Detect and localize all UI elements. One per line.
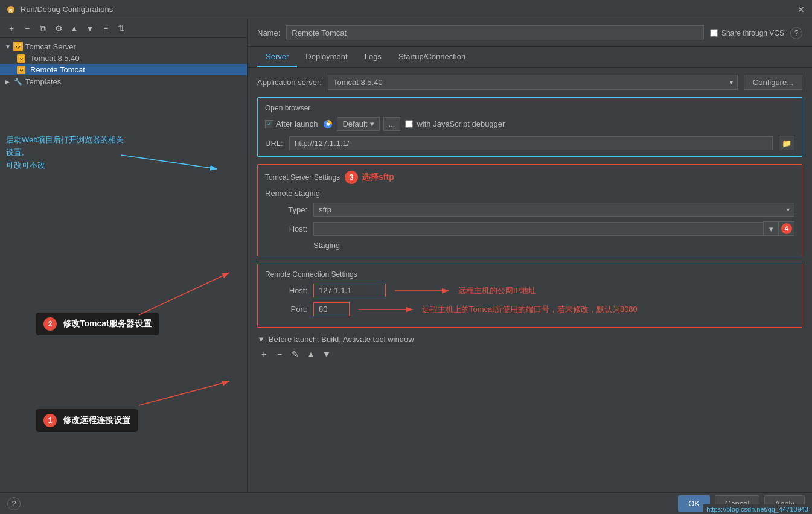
url-label: URL:	[265, 139, 283, 148]
before-launch-remove-button[interactable]: −	[273, 347, 286, 361]
chrome-icon	[322, 119, 333, 130]
tree-item-tomcat-server[interactable]: ▼ 🐱 Tomcat Server	[0, 40, 247, 52]
browser-ellipsis-button[interactable]: ...	[383, 117, 401, 131]
type-select[interactable]: sftp	[313, 203, 794, 217]
configure-button[interactable]: Configure...	[744, 75, 802, 90]
window-title: Run/Debug Configurations	[21, 5, 796, 14]
templates-icon: 🔧	[13, 77, 23, 86]
bottom-help-button[interactable]: ?	[7, 497, 21, 510]
down-button[interactable]: ▼	[83, 22, 97, 35]
share-vcs-label: Share through VCS	[721, 29, 784, 37]
before-launch-label: Before launch: Build, Activate tool wind…	[269, 335, 414, 344]
before-launch-expand-icon: ▼	[257, 335, 265, 344]
main-layout: + − ⧉ ⚙ ▲ ▼ ≡ ⇅ ▼ 🐱 Tomcat Server 🐱 Tomc…	[0, 19, 812, 492]
before-launch-toolbar: + − ✎ ▲ ▼	[257, 347, 802, 361]
config-toolbar: + − ⧉ ⚙ ▲ ▼ ≡ ⇅	[0, 19, 247, 38]
app-server-select[interactable]: Tomcat 8.5.40	[328, 75, 738, 90]
left-panel: + − ⧉ ⚙ ▲ ▼ ≡ ⇅ ▼ 🐱 Tomcat Server 🐱 Tomc…	[0, 19, 248, 492]
tomcat-settings-title: Tomcat Server Settings	[265, 173, 340, 182]
after-launch-checkbox[interactable]	[265, 120, 273, 128]
remote-host-input[interactable]	[313, 284, 386, 297]
open-browser-title: Open browser	[265, 104, 794, 112]
content-area: Application server: Tomcat 8.5.40 Config…	[248, 68, 812, 492]
folder-button[interactable]: 📁	[779, 136, 794, 150]
add-button[interactable]: +	[5, 22, 18, 35]
tree-item-remote-tomcat[interactable]: 🐱 Remote Tomcat	[0, 64, 247, 75]
name-row: Name: Share through VCS ?	[248, 19, 812, 47]
remote-connection-section: Remote Connection Settings Host: 远程主机的公网…	[257, 264, 802, 328]
remote-host-label: Host:	[265, 286, 307, 295]
callout-3-text: 选择sftp	[362, 172, 394, 183]
blue-annotation: 启动Web项目后打开浏览器的相关设置, 可改可不改	[6, 134, 127, 171]
expand-arrow-icon: ▼	[5, 43, 12, 50]
tab-startup[interactable]: Startup/Connection	[390, 47, 474, 67]
app-server-select-wrapper: Tomcat 8.5.40	[328, 75, 738, 90]
staging-label: Staging	[313, 241, 340, 250]
before-launch-header[interactable]: ▼ Before launch: Build, Activate tool wi…	[257, 335, 802, 344]
remote-port-input[interactable]	[313, 302, 350, 316]
name-input[interactable]	[286, 25, 704, 40]
js-debugger-checkbox[interactable]	[405, 120, 413, 128]
host-arrow	[392, 285, 452, 297]
bottom-bar: ? OK Cancel Apply https://blog.csdn.net/…	[0, 492, 812, 514]
help-button[interactable]: ?	[790, 27, 802, 39]
tab-logs[interactable]: Logs	[356, 47, 390, 67]
js-debugger-label[interactable]: with JavaScript debugger	[405, 119, 505, 128]
type-select-wrapper: sftp	[313, 203, 794, 217]
tree-item-templates[interactable]: ▶ 🔧 Templates	[0, 75, 247, 87]
app-server-row: Application server: Tomcat 8.5.40 Config…	[257, 75, 802, 90]
remote-host-row: Host: 远程主机的公网IP地址	[265, 284, 794, 297]
after-launch-checkbox-label[interactable]: After launch	[265, 119, 318, 128]
tomcat-8540-icon: 🐱	[17, 54, 25, 63]
host-ellipsis-button[interactable]: 4	[779, 221, 794, 236]
type-row: Type: sftp	[265, 203, 794, 217]
blue-annotation-line1: 启动Web项目后打开浏览器的相关设置,	[6, 134, 127, 159]
after-launch-label: After launch	[276, 119, 318, 128]
annotation-number-2: 2	[43, 317, 57, 331]
url-input[interactable]	[289, 136, 773, 150]
browser-select-row: Default ▾ ...	[322, 117, 400, 131]
browser-dropdown-arrow: ▾	[370, 119, 374, 128]
tab-deployment[interactable]: Deployment	[297, 47, 356, 67]
staging-row: Staging	[265, 241, 794, 250]
app-server-label: Application server:	[257, 78, 322, 87]
callout-3-number: 3	[345, 171, 358, 184]
remote-staging-label: Remote staging	[265, 189, 320, 198]
tree-item-tomcat-8540[interactable]: 🐱 Tomcat 8.5.40	[0, 52, 247, 64]
browser-dropdown[interactable]: Default ▾	[337, 117, 379, 131]
remote-port-label: Port:	[265, 305, 307, 314]
host-dropdown-arrow[interactable]: ▾	[763, 221, 779, 236]
filter-button[interactable]: ≡	[99, 22, 112, 35]
callout-4-number: 4	[781, 223, 792, 234]
sort-button[interactable]: ⇅	[115, 22, 128, 35]
tomcat-server-settings-section: Tomcat Server Settings 3 选择sftp Remote s…	[257, 164, 802, 256]
before-launch-add-button[interactable]: +	[257, 347, 270, 361]
after-launch-row: After launch	[265, 117, 794, 131]
tab-server[interactable]: Server	[257, 47, 297, 67]
tomcat-8540-label: Tomcat 8.5.40	[30, 54, 80, 63]
close-icon[interactable]: ✕	[796, 5, 806, 14]
host-row: Host: ▾ 4	[265, 221, 794, 236]
url-row: URL: 📁	[265, 136, 794, 150]
annotation-number-1: 1	[43, 414, 57, 427]
remote-connection-title: Remote Connection Settings	[265, 270, 794, 279]
before-launch-down-button[interactable]: ▼	[320, 347, 333, 361]
before-launch-edit-button[interactable]: ✎	[289, 347, 302, 361]
remote-tomcat-label: Remote Tomcat	[30, 65, 85, 74]
tabs-bar: Server Deployment Logs Startup/Connectio…	[248, 47, 812, 68]
before-launch-up-button[interactable]: ▲	[304, 347, 318, 361]
copy-button[interactable]: ⧉	[36, 22, 50, 35]
host-input-tomcat[interactable]	[313, 222, 763, 236]
templates-expand-icon: ▶	[5, 78, 12, 85]
port-annotation: 远程主机上的Tomcat所使用的端口号，若未修改，默认为8080	[422, 304, 638, 315]
templates-label: Templates	[25, 77, 61, 86]
before-launch-section: ▼ Before launch: Build, Activate tool wi…	[257, 335, 802, 361]
annotation-box-1: 1 修改远程连接设置	[36, 409, 138, 432]
remove-button[interactable]: −	[21, 22, 34, 35]
tomcat-server-label: Tomcat Server	[25, 42, 76, 51]
up-button[interactable]: ▲	[68, 22, 81, 35]
share-vcs-checkbox[interactable]	[710, 29, 718, 37]
port-arrow	[356, 303, 416, 316]
settings-button[interactable]: ⚙	[52, 22, 65, 35]
remote-port-row: Port: 远程主机上的Tomcat所使用的端口号，若未修改，默认为8080	[265, 302, 794, 316]
